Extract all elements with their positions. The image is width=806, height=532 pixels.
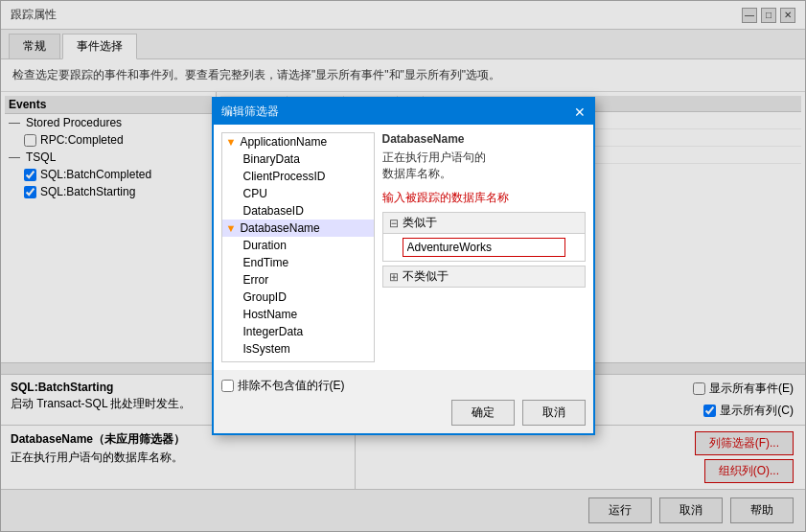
not-like-section: ⊞ 不类似于 bbox=[382, 266, 586, 288]
filter-groupid-label: GroupID bbox=[243, 290, 287, 304]
filter-item-appname[interactable]: ▼ ApplicationName bbox=[222, 133, 374, 150]
dialog-cancel-button[interactable]: 取消 bbox=[522, 400, 586, 426]
plus-not-icon: ⊞ bbox=[389, 270, 399, 284]
filter-item-error[interactable]: Error bbox=[222, 271, 374, 289]
not-like-label: 不类似于 bbox=[403, 268, 449, 285]
filter-clientpid-label: ClientProcessID bbox=[243, 170, 326, 183]
dialog-footer: 排除不包含值的行(E) 确定 取消 bbox=[214, 370, 593, 433]
filter-item-groupid[interactable]: GroupID bbox=[222, 289, 374, 306]
filter-intdata-label: IntegerData bbox=[243, 325, 304, 338]
filter-item-intdata[interactable]: IntegerData bbox=[222, 323, 374, 340]
dialog-close-button[interactable]: ✕ bbox=[574, 105, 586, 119]
dialog-title: 编辑筛选器 bbox=[221, 104, 279, 120]
filter-endtime-label: EndTime bbox=[243, 256, 289, 269]
filter-dbname-label: DatabaseName bbox=[240, 221, 319, 235]
edit-filter-dialog: 编辑筛选器 ✕ ▼ ApplicationName BinaryData bbox=[212, 97, 595, 435]
exclude-label: 排除不包含值的行(E) bbox=[238, 378, 345, 394]
red-label-text: 输入被跟踪的数据库名称 bbox=[382, 190, 586, 206]
filter-duration-label: Duration bbox=[243, 239, 287, 252]
filter-hostname-label: HostName bbox=[243, 308, 298, 321]
filter-appname-label: ApplicationName bbox=[240, 135, 327, 149]
filter-item-endtime[interactable]: EndTime bbox=[222, 254, 374, 271]
exclude-row: 排除不包含值的行(E) bbox=[221, 378, 586, 394]
dialog-right: DatabaseName 正在执行用户语句的数据库名称。 输入被跟踪的数据库名称… bbox=[382, 132, 586, 362]
filter-error-label: Error bbox=[243, 273, 269, 287]
filter-cpu-label: CPU bbox=[243, 187, 267, 200]
filter-dbid-label: DatabaseID bbox=[243, 204, 304, 218]
like-section-header: ⊟ 类似于 bbox=[383, 213, 585, 234]
not-like-header: ⊞ 不类似于 bbox=[383, 266, 585, 287]
like-input-area bbox=[383, 234, 585, 261]
db-desc-text: 正在执行用户语句的数据库名称。 bbox=[382, 150, 586, 182]
filter-item-dbid[interactable]: DatabaseID bbox=[222, 202, 374, 220]
dialog-overlay: 编辑筛选器 ✕ ▼ ApplicationName BinaryData bbox=[1, 1, 805, 531]
filter-list: ▼ ApplicationName BinaryData ClientProce… bbox=[221, 132, 375, 362]
filter-item-hostname[interactable]: HostName bbox=[222, 306, 374, 323]
filter-item-duration[interactable]: Duration bbox=[222, 237, 374, 254]
plus-icon: ⊟ bbox=[389, 217, 399, 230]
dialog-body: ▼ ApplicationName BinaryData ClientProce… bbox=[214, 125, 593, 370]
like-section: ⊟ 类似于 bbox=[382, 212, 586, 262]
filter-dbname-icon: ▼ bbox=[226, 222, 237, 234]
filter-item-clientpid[interactable]: ClientProcessID bbox=[222, 168, 374, 185]
dialog-titlebar: 编辑筛选器 ✕ bbox=[214, 99, 593, 125]
like-label: 类似于 bbox=[403, 215, 437, 231]
filter-binarydata-label: BinaryData bbox=[243, 152, 300, 166]
exclude-checkbox[interactable] bbox=[221, 380, 234, 392]
filter-appname-icon: ▼ bbox=[226, 136, 237, 148]
dialog-ok-button[interactable]: 确定 bbox=[451, 400, 515, 426]
main-window: 跟踪属性 — □ ✕ 常规 事件选择 检查选定要跟踪的事件和事件列。要查看完整列… bbox=[0, 0, 806, 532]
dialog-buttons: 确定 取消 bbox=[221, 400, 586, 426]
filter-item-binarydata[interactable]: BinaryData bbox=[222, 150, 374, 168]
like-input[interactable] bbox=[403, 238, 565, 257]
filter-issystem-label: IsSystem bbox=[243, 342, 290, 356]
filter-item-dbname[interactable]: ▼ DatabaseName bbox=[222, 220, 374, 237]
db-name-label: DatabaseName bbox=[382, 132, 586, 146]
filter-item-cpu[interactable]: CPU bbox=[222, 185, 374, 202]
filter-item-issystem[interactable]: IsSystem bbox=[222, 340, 374, 358]
